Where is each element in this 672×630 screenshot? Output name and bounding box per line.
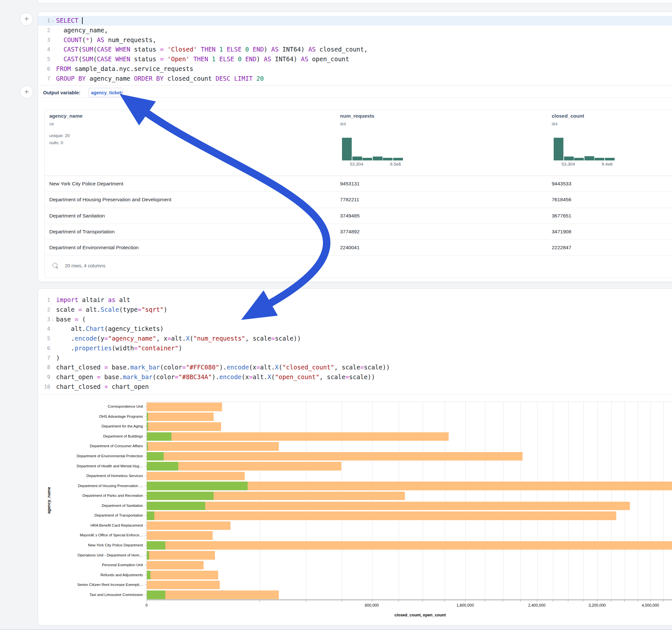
- code-line[interactable]: 1import altair as alt: [38, 295, 672, 305]
- code-line[interactable]: 10chart_closed + chart_open: [38, 382, 672, 392]
- y-axis-label: Department of Consumer Affairs: [38, 444, 143, 448]
- code-text: scale = alt.Scale(type="sqrt"): [56, 305, 167, 315]
- code-line[interactable]: 4 alt.Chart(agency_tickets): [38, 324, 672, 334]
- closed-count-bar[interactable]: [147, 472, 245, 481]
- add-cell-button[interactable]: +: [20, 13, 33, 26]
- fold-chevron-icon[interactable]: ⌄: [51, 16, 54, 26]
- gridline: [306, 402, 306, 600]
- y-axis-label: Mayorâ€ s Office of Special Enforce…: [38, 533, 143, 537]
- code-line[interactable]: 3 COUNT(*) AS num_requests,: [38, 35, 672, 45]
- table-row[interactable]: Department of Housing Preservation and D…: [45, 192, 672, 208]
- closed-count-bar[interactable]: [147, 561, 203, 570]
- column-header[interactable]: closed_count: [552, 113, 584, 119]
- table-cell: 9443533: [552, 176, 571, 192]
- open-count-bar[interactable]: [147, 492, 214, 500]
- x-axis-tick: [597, 600, 597, 602]
- closed-count-bar[interactable]: [147, 502, 630, 510]
- column-header[interactable]: agency_name: [49, 113, 83, 119]
- code-line[interactable]: 2 agency_name,: [38, 26, 672, 35]
- table-row[interactable]: New York City Police Department945313194…: [45, 176, 672, 192]
- add-cell-button[interactable]: +: [20, 86, 33, 98]
- x-axis-tick-label: 2,400,000: [514, 603, 559, 608]
- closed-count-bar[interactable]: [147, 571, 218, 579]
- closed-count-bar[interactable]: [147, 432, 449, 441]
- open-count-bar[interactable]: [147, 432, 171, 441]
- output-variable-pill[interactable]: agency_tickets: [89, 88, 123, 97]
- line-number: 10: [41, 382, 50, 392]
- code-line[interactable]: 9chart_open = base.mark_bar(color="#8BC3…: [38, 372, 672, 382]
- histogram-max-label: 9.5e6: [381, 162, 410, 167]
- closed-count-bar[interactable]: [147, 522, 231, 530]
- y-axis-title: agency_name: [47, 487, 51, 514]
- line-number: 4: [41, 45, 50, 54]
- code-line[interactable]: 6 .properties(width="container"): [38, 343, 672, 353]
- open-count-bar[interactable]: [147, 502, 205, 510]
- python-editor[interactable]: 1import altair as alt2scale = alt.Scale(…: [38, 295, 672, 392]
- open-count-bar[interactable]: [147, 422, 148, 431]
- line-number: 6: [41, 343, 50, 353]
- histogram-bar: [605, 158, 615, 161]
- column-type-label: i64: [340, 122, 346, 126]
- x-axis-tick: [650, 600, 651, 602]
- open-count-bar[interactable]: [147, 413, 148, 421]
- column-histogram: [342, 138, 404, 161]
- x-axis-tick: [537, 600, 537, 602]
- histogram-bar: [352, 156, 362, 161]
- table-row[interactable]: Department of Transportation377489234719…: [45, 224, 672, 240]
- line-number: 3: [41, 35, 50, 45]
- closed-count-bar[interactable]: [147, 452, 523, 461]
- x-axis-tick: [465, 600, 465, 602]
- gridline: [553, 402, 553, 600]
- closed-count-bar[interactable]: [147, 422, 221, 431]
- sql-editor[interactable]: 1⌄SELECT 2 agency_name,3 COUNT(*) AS num…: [38, 16, 672, 83]
- closed-count-bar[interactable]: [147, 442, 279, 451]
- code-line[interactable]: 8chart_closed = base.mark_bar(color="#FF…: [38, 363, 672, 372]
- closed-count-bar[interactable]: [147, 590, 279, 599]
- open-count-bar[interactable]: [147, 482, 248, 490]
- code-line[interactable]: 4 CAST(SUM(CASE WHEN status = 'Closed' T…: [38, 45, 672, 54]
- open-count-bar[interactable]: [147, 541, 165, 550]
- y-axis-label: Department of Transportation: [38, 513, 143, 517]
- code-line[interactable]: 7): [38, 353, 672, 363]
- code-line[interactable]: 3⌄base = (: [38, 315, 672, 324]
- code-line[interactable]: 6FROM sample_data.nyc.service_requests: [38, 64, 672, 74]
- code-text: chart_open = base.mark_bar(color="#8BC34…: [56, 372, 375, 382]
- divider: [38, 85, 672, 86]
- open-count-bar[interactable]: [147, 442, 148, 451]
- text-caret: [82, 17, 83, 24]
- gridline: [663, 402, 664, 600]
- column-stat-label: unique: 20: [49, 133, 70, 138]
- code-line[interactable]: 5 CAST(SUM(CASE WHEN status = 'Open' THE…: [38, 54, 672, 64]
- code-text: base = (: [56, 315, 86, 324]
- closed-count-bar[interactable]: [147, 413, 214, 421]
- code-line[interactable]: 2scale = alt.Scale(type="sqrt"): [38, 305, 672, 315]
- y-axis-label: HRA Benefit Card Replacement: [38, 524, 143, 527]
- search-icon[interactable]: [52, 263, 57, 268]
- y-axis-label: Personal Exemption Unit: [38, 563, 143, 567]
- column-header[interactable]: num_requests: [340, 113, 375, 119]
- code-line[interactable]: 5 .encode(y="agency_name", x=alt.X("num_…: [38, 334, 672, 343]
- line-number: 4: [41, 324, 50, 334]
- closed-count-bar[interactable]: [147, 581, 220, 589]
- code-line[interactable]: 1⌄SELECT: [38, 16, 672, 26]
- open-count-bar[interactable]: [147, 511, 154, 520]
- closed-count-bar[interactable]: [147, 531, 213, 540]
- fold-chevron-icon[interactable]: ⌄: [51, 315, 54, 324]
- open-count-bar[interactable]: [147, 452, 164, 461]
- table-row[interactable]: Department of Environmental Protection22…: [45, 240, 672, 256]
- gridline: [399, 402, 399, 600]
- closed-count-bar[interactable]: [147, 511, 616, 520]
- table-row[interactable]: Department of Sanitation37494853677651: [45, 208, 672, 224]
- open-count-bar[interactable]: [147, 551, 149, 560]
- closed-count-bar[interactable]: [147, 403, 222, 411]
- closed-count-bar[interactable]: [147, 551, 215, 560]
- open-count-bar[interactable]: [147, 571, 150, 579]
- gridline: [568, 402, 569, 600]
- open-count-bar[interactable]: [147, 462, 178, 470]
- code-line[interactable]: 7GROUP BY agency_name ORDER BY closed_co…: [38, 74, 672, 83]
- line-number: 5: [41, 54, 50, 64]
- open-count-bar[interactable]: [147, 590, 165, 599]
- column-type-label: i64: [552, 122, 557, 126]
- x-axis-tick-label: 0: [124, 603, 169, 608]
- closed-count-bar[interactable]: [147, 541, 672, 550]
